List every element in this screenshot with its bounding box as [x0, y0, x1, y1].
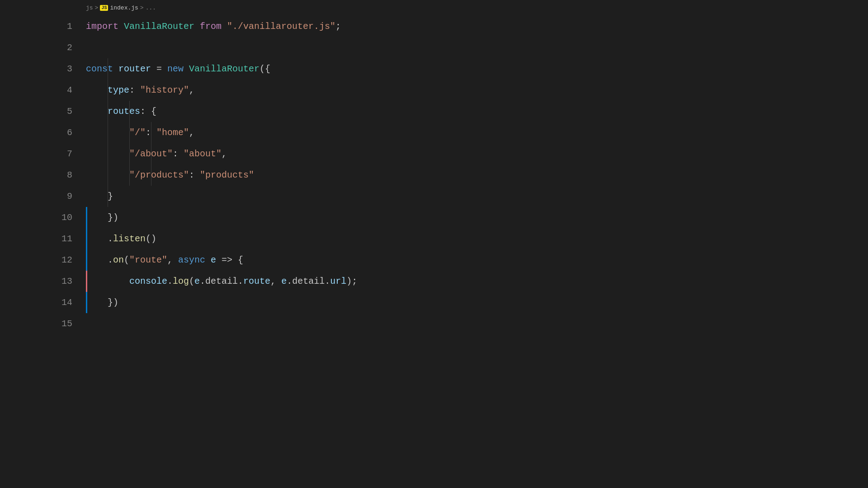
line-number-12: 12 — [0, 255, 86, 265]
code-line-13: 13 console.log(e.detail.route, e.detail.… — [0, 271, 868, 292]
token: log — [173, 276, 189, 286]
token: router — [118, 64, 151, 74]
token: async — [178, 255, 211, 265]
breadcrumb-context: ... — [146, 5, 156, 11]
line-number-14: 14 — [0, 297, 86, 308]
token: "about" — [184, 149, 222, 159]
token: "history" — [140, 85, 189, 95]
token: "./vanillarouter.js" — [227, 21, 335, 32]
line-content-12: .on("route", async e => { — [86, 255, 868, 265]
token: ( — [189, 276, 194, 286]
line-content-8: "/products": "products" — [86, 170, 868, 180]
line-content-5: routes: { — [86, 106, 868, 117]
code-line-10: 10 }) — [0, 207, 868, 228]
code-line-7: 7 "/about": "about", — [0, 143, 868, 164]
breadcrumb: js > JS index.js > ... — [0, 0, 868, 16]
indent-guide — [151, 122, 151, 186]
token: import — [86, 21, 124, 32]
token: console — [129, 276, 167, 286]
token: ; — [335, 21, 341, 32]
token: . — [167, 276, 173, 286]
token: : — [173, 149, 184, 159]
token: }) — [86, 212, 118, 223]
token: on — [113, 255, 124, 265]
code-line-15: 15 — [0, 313, 868, 334]
line-content-9: } — [86, 191, 868, 202]
breadcrumb-folder: js — [86, 5, 93, 11]
code-area: 1import VanillaRouter from "./vanillarou… — [0, 16, 868, 488]
line-number-2: 2 — [0, 42, 86, 53]
token: = — [151, 64, 167, 74]
line-content-10: }) — [86, 212, 868, 223]
indent-guide — [108, 58, 108, 207]
token: () — [146, 234, 156, 244]
code-line-2: 2 — [0, 37, 868, 58]
line-content-3: const router = new VanillaRouter({ — [86, 64, 868, 74]
blue-indicator-bar — [86, 292, 87, 313]
line-content-1: import VanillaRouter from "./vanillarout… — [86, 21, 868, 32]
line-number-8: 8 — [0, 170, 86, 180]
token: "products" — [200, 170, 254, 180]
line-content-4: type: "history", — [86, 85, 868, 95]
token: .detail. — [287, 276, 330, 286]
token: VanillaRouter — [189, 64, 259, 74]
breadcrumb-js-icon: JS — [100, 5, 108, 11]
token: .detail. — [200, 276, 243, 286]
token: "/products" — [86, 170, 189, 180]
breadcrumb-sep1: > — [95, 5, 99, 11]
token — [86, 276, 129, 286]
token: "/" — [86, 127, 146, 138]
token: "route" — [129, 255, 167, 265]
line-number-6: 6 — [0, 127, 86, 138]
line-number-13: 13 — [0, 276, 86, 286]
token: , — [270, 276, 281, 286]
token: ); — [346, 276, 357, 286]
line-content-14: }) — [86, 297, 868, 308]
token: from — [200, 21, 227, 32]
code-line-3: 3const router = new VanillaRouter({ — [0, 58, 868, 80]
line-number-7: 7 — [0, 149, 86, 159]
token: , — [189, 127, 194, 138]
code-line-5: 5 routes: { — [0, 101, 868, 122]
token: : — [189, 170, 200, 180]
line-content-13: console.log(e.detail.route, e.detail.url… — [86, 276, 868, 286]
code-line-4: 4 type: "history", — [0, 80, 868, 101]
line-number-4: 4 — [0, 85, 86, 95]
code-line-9: 9 } — [0, 186, 868, 207]
token: "home" — [156, 127, 189, 138]
token: . — [86, 234, 113, 244]
blue-indicator-bar — [86, 228, 87, 249]
token: e — [194, 276, 200, 286]
editor-container: js > JS index.js > ... 1import VanillaRo… — [0, 0, 868, 488]
blue-indicator-bar — [86, 249, 87, 271]
indent-guide — [129, 101, 130, 186]
token: ({ — [259, 64, 270, 74]
code-line-11: 11 .listen() — [0, 228, 868, 249]
token: e — [211, 255, 216, 265]
token: VanillaRouter — [124, 21, 200, 32]
line-number-10: 10 — [0, 212, 86, 223]
token: routes — [86, 106, 140, 117]
line-number-3: 3 — [0, 64, 86, 74]
line-number-15: 15 — [0, 319, 86, 329]
token: => { — [216, 255, 243, 265]
code-line-8: 8 "/products": "products" — [0, 164, 868, 186]
line-content-11: .listen() — [86, 234, 868, 244]
line-number-9: 9 — [0, 191, 86, 202]
token: new — [167, 64, 189, 74]
line-number-5: 5 — [0, 106, 86, 117]
token: , — [222, 149, 227, 159]
token: route — [243, 276, 270, 286]
line-content-6: "/": "home", — [86, 127, 868, 138]
breadcrumb-file: index.js — [110, 5, 138, 11]
line-number-11: 11 — [0, 234, 86, 244]
code-line-6: 6 "/": "home", — [0, 122, 868, 143]
code-line-1: 1import VanillaRouter from "./vanillarou… — [0, 16, 868, 37]
blue-indicator-bar — [86, 207, 87, 228]
token: ( — [124, 255, 129, 265]
token: e — [281, 276, 287, 286]
token: const — [86, 64, 118, 74]
code-line-12: 12 .on("route", async e => { — [0, 249, 868, 271]
line-content-7: "/about": "about", — [86, 149, 868, 159]
breadcrumb-sep2: > — [140, 5, 144, 11]
